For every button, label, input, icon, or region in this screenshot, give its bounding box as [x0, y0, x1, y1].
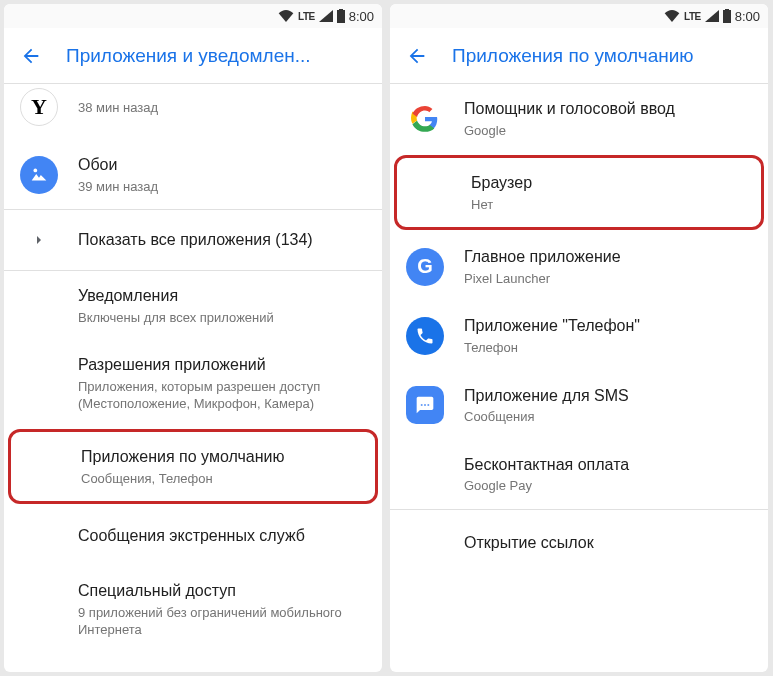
wallpaper-sub: 39 мин назад	[78, 178, 366, 196]
wallpaper-title: Обои	[78, 154, 366, 176]
yandex-icon: Y	[20, 88, 58, 126]
nfc-title: Бесконтактная оплата	[464, 454, 752, 476]
statusbar: LTE 8:00	[390, 4, 768, 28]
lte-label: LTE	[298, 11, 315, 22]
back-icon[interactable]	[406, 45, 428, 67]
links-title: Открытие ссылок	[464, 532, 752, 554]
clock: 8:00	[735, 9, 760, 24]
battery-icon	[723, 9, 731, 23]
browser-sub: Нет	[471, 196, 745, 214]
row-home-app[interactable]: G Главное приложение Pixel Launcher	[390, 232, 768, 301]
toolbar: Приложения по умолчанию	[390, 28, 768, 84]
row-opening-links[interactable]: Открытие ссылок	[390, 510, 768, 576]
signal-icon	[705, 10, 719, 22]
wifi-icon	[278, 10, 294, 22]
assistant-sub: Google	[464, 122, 752, 140]
special-access-sub: 9 приложений без ограничений мобильного …	[78, 604, 366, 639]
svg-point-0	[34, 168, 38, 172]
page-title: Приложения по умолчанию	[452, 45, 752, 67]
special-access-title: Специальный доступ	[78, 580, 366, 602]
lte-label: LTE	[684, 11, 701, 22]
row-assistant[interactable]: Помощник и голосовой ввод Google	[390, 84, 768, 153]
page-title: Приложения и уведомлен...	[66, 45, 366, 67]
row-permissions[interactable]: Разрешения приложений Приложения, которы…	[4, 340, 382, 427]
content: Помощник и голосовой ввод Google Браузер…	[390, 84, 768, 672]
phone-left: LTE 8:00 Приложения и уведомлен... Y 38 …	[4, 4, 382, 672]
row-all-apps[interactable]: Показать все приложения (134)	[4, 210, 382, 270]
default-apps-sub: Сообщения, Телефон	[81, 470, 359, 488]
notifications-title: Уведомления	[78, 285, 366, 307]
row-phone-app[interactable]: Приложение "Телефон" Телефон	[390, 301, 768, 370]
sms-icon	[406, 386, 444, 424]
wifi-icon	[664, 10, 680, 22]
phone-right: LTE 8:00 Приложения по умолчанию Помощни…	[390, 4, 768, 672]
home-app-sub: Pixel Launcher	[464, 270, 752, 288]
row-browser[interactable]: Браузер Нет	[397, 158, 761, 227]
clock: 8:00	[349, 9, 374, 24]
emergency-title: Сообщения экстренных служб	[78, 525, 366, 547]
home-app-title: Главное приложение	[464, 246, 752, 268]
wallpaper-icon	[20, 156, 58, 194]
nfc-sub: Google Pay	[464, 477, 752, 495]
battery-icon	[337, 9, 345, 23]
signal-icon	[319, 10, 333, 22]
phone-icon	[406, 317, 444, 355]
row-notifications[interactable]: Уведомления Включены для всех приложений	[4, 271, 382, 340]
default-apps-title: Приложения по умолчанию	[81, 446, 359, 468]
phone-app-sub: Телефон	[464, 339, 752, 357]
toolbar: Приложения и уведомлен...	[4, 28, 382, 84]
yandex-sub: 38 мин назад	[78, 99, 366, 117]
browser-title: Браузер	[471, 172, 745, 194]
sms-app-title: Приложение для SMS	[464, 385, 752, 407]
row-special-access[interactable]: Специальный доступ 9 приложений без огра…	[4, 566, 382, 653]
chevron-right-icon	[20, 234, 58, 246]
content: Y 38 мин назад Обои 39 мин назад	[4, 84, 382, 672]
notifications-sub: Включены для всех приложений	[78, 309, 366, 327]
sms-app-sub: Сообщения	[464, 408, 752, 426]
highlight-default-apps: Приложения по умолчанию Сообщения, Телеф…	[8, 429, 378, 504]
row-nfc-pay[interactable]: Бесконтактная оплата Google Pay	[390, 440, 768, 509]
statusbar: LTE 8:00	[4, 4, 382, 28]
assistant-title: Помощник и голосовой ввод	[464, 98, 752, 120]
row-yandex-browser[interactable]: Y 38 мин назад	[4, 84, 382, 140]
back-icon[interactable]	[20, 45, 42, 67]
highlight-browser: Браузер Нет	[394, 155, 764, 230]
row-sms-app[interactable]: Приложение для SMS Сообщения	[390, 371, 768, 440]
permissions-sub: Приложения, которым разрешен доступ (Мес…	[78, 378, 366, 413]
pixel-launcher-icon: G	[406, 248, 444, 286]
google-icon	[406, 100, 444, 138]
row-default-apps[interactable]: Приложения по умолчанию Сообщения, Телеф…	[11, 432, 375, 501]
all-apps-title: Показать все приложения (134)	[78, 229, 366, 251]
browser-icon-empty	[413, 174, 451, 212]
row-emergency[interactable]: Сообщения экстренных служб	[4, 506, 382, 566]
phone-app-title: Приложение "Телефон"	[464, 315, 752, 337]
links-icon-empty	[406, 524, 444, 562]
permissions-title: Разрешения приложений	[78, 354, 366, 376]
nfc-icon-empty	[406, 455, 444, 493]
row-wallpaper[interactable]: Обои 39 мин назад	[4, 140, 382, 209]
